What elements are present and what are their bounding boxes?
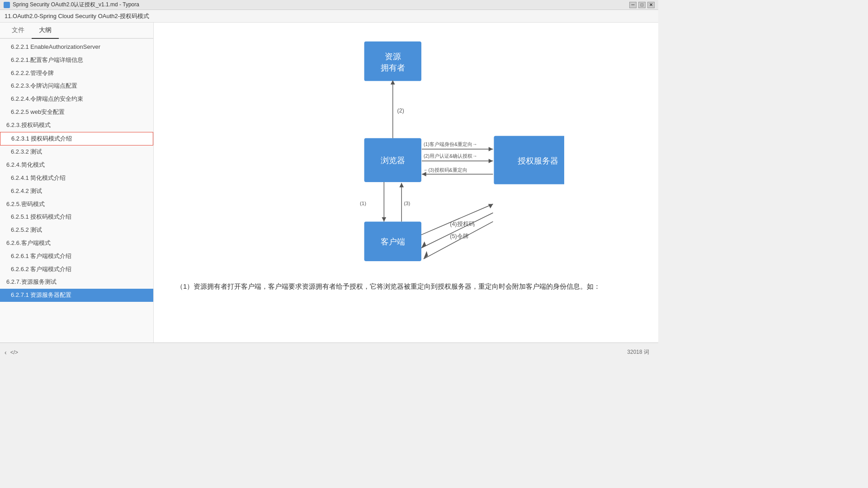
tab-outline[interactable]: 大纲 — [32, 23, 59, 38]
maximize-button[interactable]: □ — [638, 2, 646, 8]
arrow-4-diag-label: (4)授权码 — [450, 221, 474, 227]
sidebar-item-17[interactable]: 6.2.6.2 客户端模式介绍 — [0, 263, 153, 276]
window-title: Spring Security OAuth2.0认证授权_v1.1.md - T… — [13, 1, 139, 9]
sidebar-item-11[interactable]: 6.2.4.2 测试 — [0, 185, 153, 198]
sidebar-item-16[interactable]: 6.2.6.1 客户端模式介绍 — [0, 250, 153, 263]
arrow-3-head — [489, 159, 493, 163]
sidebar-item-5[interactable]: 6.2.2.5 web安全配置 — [0, 106, 153, 119]
minimize-button[interactable]: ─ — [629, 2, 637, 8]
sidebar-item-4[interactable]: 6.2.2.4.令牌端点的安全约束 — [0, 93, 153, 106]
app-title: 11.OAuth2.0-Spring Cloud Security OAuth2… — [5, 12, 149, 20]
browser-label: 浏览器 — [381, 156, 405, 165]
sidebar-content[interactable]: 6.2.2.1 EnableAuthorizationServer 6.2.2.… — [0, 39, 153, 343]
oauth-diagram: 资源 拥有者 浏览器 授权服务器 客户端 (2) (1)客户端身份&重定向→ — [248, 32, 564, 267]
auth-server-label: 授权服务器 — [518, 156, 558, 165]
sidebar-item-9[interactable]: 6.2.4.简化模式 — [0, 159, 153, 172]
word-count: 32018 词 — [627, 348, 654, 356]
resource-owner-label1: 资源 — [385, 52, 401, 61]
sidebar-item-6[interactable]: 6.2.3.授权码模式 — [0, 119, 153, 132]
app-title-bar: 11.OAuth2.0-Spring Cloud Security OAuth2… — [0, 10, 658, 23]
sidebar-item-12[interactable]: 6.2.5.密码模式 — [0, 198, 153, 211]
sidebar-item-3[interactable]: 6.2.2.3.令牌访问端点配置 — [0, 80, 153, 93]
bottom-left: ‹ </> — [5, 349, 18, 356]
tab-file[interactable]: 文件 — [5, 23, 32, 38]
bottom-toolbar: ‹ </> 32018 词 — [0, 343, 658, 361]
sidebar-tabs: 文件 大纲 — [0, 23, 153, 39]
resource-owner-box — [364, 42, 421, 81]
sidebar-item-0[interactable]: 6.2.2.1 EnableAuthorizationServer — [0, 41, 153, 54]
sidebar-item-13[interactable]: 6.2.5.1 授权码模式介绍 — [0, 211, 153, 224]
close-button[interactable]: ✕ — [647, 2, 655, 8]
sidebar-item-18[interactable]: 6.2.7.资源服务测试 — [0, 276, 153, 289]
diagram-area: 资源 拥有者 浏览器 授权服务器 客户端 (2) (1)客户端身份&重定向→ — [154, 23, 658, 276]
arrow-3-label: (2)用户认证&确认授权→ — [424, 153, 477, 159]
arrow-4-diag-head — [488, 204, 493, 209]
sidebar-item-8[interactable]: 6.2.3.2 测试 — [0, 145, 153, 159]
sidebar-item-1[interactable]: 6.2.2.1.配置客户端详细信息 — [0, 54, 153, 67]
sidebar-item-19[interactable]: 6.2.7.1 资源服务器配置 — [0, 289, 153, 302]
main-layout: 文件 大纲 6.2.2.1 EnableAuthorizationServer … — [0, 23, 658, 343]
arrow-2-label: (2) — [397, 108, 404, 114]
arrow-1-head — [489, 147, 493, 151]
resource-owner-label2: 拥有者 — [381, 63, 405, 72]
back-icon[interactable]: ‹ — [5, 349, 7, 356]
sidebar-item-10[interactable]: 6.2.4.1 简化模式介绍 — [0, 172, 153, 185]
arrow-4-head — [422, 172, 426, 177]
app-icon — [4, 2, 10, 8]
title-bar: Spring Security OAuth2.0认证授权_v1.1.md - T… — [0, 0, 658, 10]
arrow-1-small: (1) — [360, 200, 366, 206]
sidebar-item-7[interactable]: 6.2.3.1 授权码模式介绍 — [0, 132, 153, 146]
arrow-bc-head2 — [399, 183, 404, 188]
sidebar-item-14[interactable]: 6.2.5.2 测试 — [0, 224, 153, 237]
window-controls[interactable]: ─ □ ✕ — [629, 2, 655, 8]
arrow-bc-head1 — [382, 217, 387, 222]
code-view-icon[interactable]: </> — [10, 349, 18, 356]
sidebar-item-15[interactable]: 6.2.6.客户端模式 — [0, 237, 153, 250]
arrow-1-label: (1)客户端身份&重定向→ — [424, 141, 477, 147]
arrow-4-label: ←(3)授权码&重定向 — [424, 167, 467, 173]
description-text: （1）资源拥有者打开客户端，客户端要求资源拥有者给予授权，它将浏览器被重定向到授… — [154, 276, 658, 301]
sidebar: 文件 大纲 6.2.2.1 EnableAuthorizationServer … — [0, 23, 154, 343]
client-label: 客户端 — [381, 237, 405, 246]
arrow-3-small: (3) — [404, 200, 410, 206]
content-area[interactable]: 资源 拥有者 浏览器 授权服务器 客户端 (2) (1)客户端身份&重定向→ — [154, 23, 658, 343]
sidebar-item-2[interactable]: 6.2.2.2.管理令牌 — [0, 67, 153, 80]
